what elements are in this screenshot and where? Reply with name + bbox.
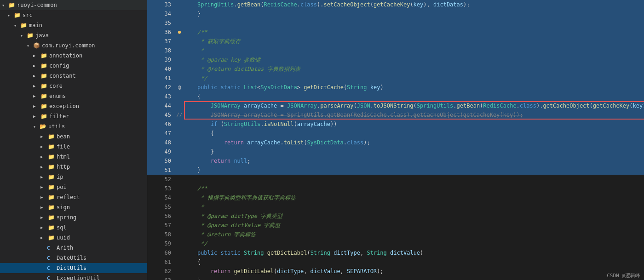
code-line[interactable]: return arrayCache.toList(SysDictData.cla…: [184, 138, 644, 147]
gutter-cell: [175, 9, 184, 18]
gutter-cell: [175, 101, 184, 110]
line-number: 50: [147, 156, 175, 166]
code-line[interactable]: * @param key 参数键: [184, 55, 644, 64]
tree-item-java[interactable]: ▾ 📁 java: [0, 30, 147, 40]
line-number: 37: [147, 37, 175, 46]
line-number: 41: [147, 74, 175, 83]
line-number: 51: [147, 166, 175, 175]
line-number: 34: [147, 9, 175, 18]
folder-icon: 📁: [40, 73, 48, 79]
line-numbers: 3334353637383940414243444546474849505152…: [147, 0, 175, 280]
tree-item-annotation[interactable]: ▶ 📁 annotation: [0, 51, 147, 61]
code-line[interactable]: *: [184, 202, 644, 211]
tree-item-ip[interactable]: ▶ 📁 ip: [0, 172, 147, 182]
tree-item-spring[interactable]: ▶ 📁 spring: [0, 212, 147, 223]
line-number: 56: [147, 211, 175, 221]
code-line[interactable]: /**: [184, 28, 644, 37]
code-line[interactable]: [184, 18, 644, 28]
tree-item-filter[interactable]: ▶ 📁 filter: [0, 111, 147, 121]
tree-item-core[interactable]: ▶ 📁 core: [0, 81, 147, 91]
tree-item-enums[interactable]: ▶ 📁 enums: [0, 91, 147, 101]
code-line[interactable]: *: [184, 46, 644, 55]
folder-icon: 📁: [48, 184, 55, 190]
label-ruoyi-common: ruoyi-common: [17, 2, 57, 8]
code-line[interactable]: */: [184, 239, 644, 248]
code-line[interactable]: {: [184, 257, 644, 267]
line-number: 55: [147, 202, 175, 211]
code-line[interactable]: {: [184, 129, 644, 138]
gutter-cell: [175, 184, 184, 193]
gutter-cell: [175, 202, 184, 211]
class-icon: C: [47, 255, 54, 261]
line-number: 43: [147, 92, 175, 101]
tree-item-dictutils[interactable]: C DictUtils: [0, 263, 147, 273]
tree-item-sql[interactable]: ▶ 📁 sql: [0, 223, 147, 233]
code-line[interactable]: public static String getDictLabel(String…: [184, 248, 644, 257]
folder-icon: 📁: [48, 234, 55, 241]
tree-item-poi[interactable]: ▶ 📁 poi: [0, 182, 147, 192]
code-line[interactable]: * @param dictType 字典类型: [184, 211, 644, 221]
gutter-cell: [175, 120, 184, 129]
line-number: 45: [147, 110, 175, 120]
tree-item-sign[interactable]: ▶ 📁 sign: [0, 202, 147, 212]
code-line[interactable]: public static List<SysDictData> getDictC…: [184, 83, 644, 92]
folder-icon: 📁: [40, 83, 48, 89]
code-line[interactable]: * @return 字典标签: [184, 230, 644, 239]
gutter-cell: [175, 166, 184, 175]
code-line[interactable]: JSONArray arrayCache = JSONArray.parseAr…: [184, 101, 644, 110]
gutter-cell: ●: [175, 28, 184, 37]
tree-item-exception[interactable]: ▶ 📁 exception: [0, 101, 147, 111]
code-line[interactable]: }: [184, 276, 644, 280]
tree-item-main[interactable]: ▾ 📁 main: [0, 20, 147, 30]
tree-item-dateutils[interactable]: C DateUtils: [0, 253, 147, 263]
gutter-cell: [175, 193, 184, 202]
code-editor[interactable]: 3334353637383940414243444546474849505152…: [147, 0, 644, 280]
line-number: 35: [147, 18, 175, 28]
tree-item-ruoyi-common[interactable]: ▾ 📁 ruoyi-common: [0, 0, 147, 10]
line-number: 49: [147, 147, 175, 156]
tree-item-exceptionutil[interactable]: C ExceptionUtil: [0, 273, 147, 280]
gutter-cell: [175, 156, 184, 166]
tree-item-config[interactable]: ▶ 📁 config: [0, 61, 147, 71]
tree-item-http[interactable]: ▶ 📁 http: [0, 162, 147, 172]
code-line[interactable]: {: [184, 92, 644, 101]
code-line[interactable]: */: [184, 74, 644, 83]
line-number: 61: [147, 257, 175, 267]
tree-item-bean[interactable]: ▶ 📁 bean: [0, 131, 147, 142]
tree-item-reflect[interactable]: ▶ 📁 reflect: [0, 192, 147, 202]
code-line[interactable]: if (StringUtils.isNotNull(arrayCache)): [184, 120, 644, 129]
tree-item-package[interactable]: ▾ 📦 com.ruoyi.common: [0, 40, 147, 51]
code-line[interactable]: [184, 175, 644, 184]
tree-item-html[interactable]: ▶ 📁 html: [0, 152, 147, 162]
gutter-cell: [175, 0, 184, 9]
code-line[interactable]: /**: [184, 184, 644, 193]
gutter-cell: [175, 239, 184, 248]
code-line[interactable]: return null;: [184, 156, 644, 166]
tree-item-arith[interactable]: C Arith: [0, 243, 147, 253]
tree-item-file[interactable]: ▶ 📁 file: [0, 142, 147, 152]
code-line[interactable]: * @return dictDatas 字典数据列表: [184, 64, 644, 74]
code-line[interactable]: SpringUtils.getBean(RedisCache.class).se…: [184, 0, 644, 9]
code-line[interactable]: JSONArray arrayCache = SpringUtils.getBe…: [184, 110, 644, 120]
code-area: 3334353637383940414243444546474849505152…: [147, 0, 644, 280]
code-line[interactable]: * 获取字典缓存: [184, 37, 644, 46]
code-line[interactable]: }: [184, 166, 644, 175]
gutter-cell: [175, 267, 184, 276]
code-line[interactable]: * @param dictValue 字典值: [184, 221, 644, 230]
code-line[interactable]: * 根据字典类型和字典值获取字典标签: [184, 193, 644, 202]
code-line[interactable]: return getDictLabel(dictType, dictValue,…: [184, 267, 644, 276]
tree-item-constant[interactable]: ▶ 📁 constant: [0, 71, 147, 81]
tree-item-src[interactable]: ▾ 📁 src: [0, 10, 147, 20]
line-number: 58: [147, 230, 175, 239]
class-icon: C: [47, 265, 54, 271]
file-tree[interactable]: ▾ 📁 ruoyi-common ▾ 📁 src ▾ 📁 main ▾ 📁 ja…: [0, 0, 147, 280]
tree-item-uuid[interactable]: ▶ 📁 uuid: [0, 233, 147, 243]
tree-item-utils[interactable]: ▾ 📂 utils: [0, 121, 147, 131]
gutter-cell: [175, 64, 184, 74]
gutter-cell: [175, 92, 184, 101]
folder-icon: 📁: [20, 22, 28, 29]
gutter-cell: [175, 257, 184, 267]
code-line[interactable]: }: [184, 9, 644, 18]
code-lines: SpringUtils.getBean(RedisCache.class).se…: [184, 0, 644, 280]
code-line[interactable]: }: [184, 147, 644, 156]
